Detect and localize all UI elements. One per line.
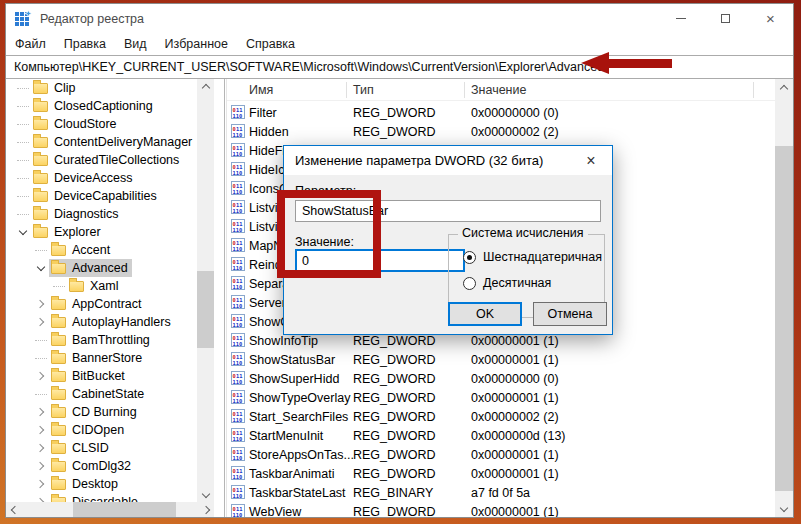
tree-item-diagnostics[interactable]: Diagnostics [6, 205, 198, 223]
scrollbar-thumb[interactable] [73, 502, 176, 517]
list-row-showsuperhidd[interactable]: 011110ShowSuperHiddREG_DWORD0x00000000 (… [227, 369, 775, 388]
svg-text:110: 110 [233, 360, 243, 366]
menu-item[interactable]: Правка [55, 37, 115, 51]
chevron-right-icon[interactable] [34, 315, 48, 329]
list-row-storeappsontas-[interactable]: 011110StoreAppsOnTas...REG_DWORD0x000000… [227, 445, 775, 464]
tree-item-contentdeliverymanager[interactable]: ContentDeliveryManager [6, 133, 198, 151]
radio-button-icon[interactable] [463, 251, 476, 264]
list-row-startmenuinit[interactable]: 011110StartMenuInitREG_DWORD0x0000000d (… [227, 426, 775, 445]
scroll-right-button[interactable] [199, 502, 214, 517]
tree-connector-line [52, 279, 66, 293]
tree-item-cidopen[interactable]: CIDOpen [6, 421, 198, 439]
tree-item-explorer[interactable]: Explorer [6, 223, 198, 241]
dialog-title-bar[interactable]: Изменение параметра DWORD (32 бита) [284, 146, 612, 175]
column-header-value[interactable]: Значение [471, 79, 526, 100]
column-separator[interactable] [464, 82, 465, 98]
chevron-right-icon[interactable] [34, 297, 48, 311]
tree-item-xaml[interactable]: Xaml [6, 277, 198, 295]
list-vertical-scrollbar[interactable] [775, 79, 793, 517]
column-separator[interactable] [346, 82, 347, 98]
tree-item-closedcaptioning[interactable]: ClosedCaptioning [6, 97, 198, 115]
tree-item-cloudstore[interactable]: CloudStore [6, 115, 198, 133]
tree-item-label: CLSID [72, 441, 109, 455]
scroll-left-button[interactable] [6, 502, 21, 517]
menu-item[interactable]: Справка [237, 37, 304, 51]
svg-text:110: 110 [233, 398, 243, 404]
list-row-filter[interactable]: 011110FilterREG_DWORD0x00000000 (0) [227, 103, 775, 122]
tree-item-label: Diagnostics [54, 207, 119, 221]
menu-item[interactable]: Файл [6, 37, 55, 51]
chevron-right-icon[interactable] [34, 423, 48, 437]
tree-item-clip[interactable]: Clip [6, 79, 198, 97]
tree-horizontal-scrollbar[interactable] [6, 502, 214, 517]
value-type: REG_DWORD [353, 350, 436, 369]
reg-value-icon: 011110 [231, 276, 245, 290]
tree-item-label: Desktop [72, 477, 118, 491]
tree-connector-line [16, 99, 30, 113]
tree-item-autoplayhandlers[interactable]: AutoplayHandlers [6, 313, 198, 331]
chevron-right-icon[interactable] [34, 459, 48, 473]
scroll-up-button[interactable] [775, 79, 793, 95]
minimize-button[interactable] [658, 4, 703, 33]
list-row-showtypeoverlay[interactable]: 011110ShowTypeOverlayREG_DWORD0x00000001… [227, 388, 775, 407]
list-row-taskbarstatelast[interactable]: 011110TaskbarStateLastREG_BINARYa7 fd 0f… [227, 483, 775, 502]
tree-item-devicecapabilities[interactable]: DeviceCapabilities [6, 187, 198, 205]
column-separator[interactable] [753, 82, 754, 98]
list-row-showstatusbar[interactable]: 011110ShowStatusBarREG_DWORD0x00000001 (… [227, 350, 775, 369]
tree-item-advanced[interactable]: Advanced [6, 259, 198, 277]
menu-item[interactable]: Избранное [156, 37, 237, 51]
scrollbar-thumb[interactable] [775, 146, 793, 491]
maximize-button[interactable] [703, 4, 748, 33]
cancel-button[interactable]: Отмена [533, 302, 607, 326]
close-button[interactable]: × [748, 4, 793, 33]
scroll-down-button[interactable] [775, 501, 793, 517]
tree-item-desktop[interactable]: Desktop [6, 475, 198, 493]
tree-vertical-scrollbar[interactable] [197, 79, 214, 502]
folder-icon [33, 209, 48, 220]
tree-item-deviceaccess[interactable]: DeviceAccess [6, 169, 198, 187]
chevron-right-icon[interactable] [34, 369, 48, 383]
tree-item-curatedtilecollections[interactable]: CuratedTileCollections [6, 151, 198, 169]
tree-item-bamthrottling[interactable]: BamThrottling [6, 331, 198, 349]
title-bar[interactable]: Редактор реестра × [6, 4, 793, 33]
value-data: 0x00000000 (0) [471, 369, 559, 388]
column-header-name[interactable]: Имя [249, 79, 273, 100]
chevron-right-icon[interactable] [34, 441, 48, 455]
tree-item-appcontract[interactable]: AppContract [6, 295, 198, 313]
menu-item[interactable]: Вид [115, 37, 156, 51]
svg-text:110: 110 [233, 436, 243, 442]
list-row-taskbaranimati[interactable]: 011110TaskbarAnimatiREG_DWORD0x00000001 … [227, 464, 775, 483]
radio-button-icon[interactable] [463, 277, 476, 290]
value-type: REG_DWORD [353, 388, 436, 407]
list-row-hidden[interactable]: 011110HiddenREG_DWORD0x00000002 (2) [227, 122, 775, 141]
radio-hexadecimal[interactable]: Шестнадцатеричная [463, 250, 602, 264]
chevron-down-icon[interactable] [34, 261, 48, 275]
column-header-type[interactable]: Тип [353, 79, 374, 100]
tree-item-accent[interactable]: Accent [6, 241, 198, 259]
chevron-right-icon[interactable] [34, 477, 48, 491]
chevron-down-icon[interactable] [16, 225, 30, 239]
value-name: TaskbarStateLast [249, 483, 346, 502]
chevron-right-icon [201, 505, 209, 513]
list-row-webview[interactable]: 011110WebViewREG_DWORD0x00000001 (1) [227, 502, 775, 517]
tree-item-label: Clip [54, 81, 76, 95]
radio-decimal[interactable]: Десятичная [463, 276, 551, 290]
scroll-up-button[interactable] [197, 79, 214, 94]
tree-item-bitbucket[interactable]: BitBucket [6, 367, 198, 385]
scrollbar-thumb[interactable] [197, 271, 214, 348]
scroll-down-button[interactable] [197, 487, 214, 502]
tree-item-cd-burning[interactable]: CD Burning [6, 403, 198, 421]
folder-icon [51, 353, 66, 364]
ok-button[interactable]: OK [448, 302, 522, 326]
address-bar[interactable]: Компьютер\HKEY_CURRENT_USER\SOFTWARE\Mic… [6, 55, 793, 79]
value-data: 0x0000000d (13) [471, 426, 566, 445]
chevron-right-icon[interactable] [34, 405, 48, 419]
registry-tree-pane: ClipClosedCaptioningCloudStoreContentDel… [6, 79, 224, 517]
list-row-start-searchfiles[interactable]: 011110Start_SearchFilesREG_DWORD0x000000… [227, 407, 775, 426]
dialog-close-button[interactable]: × [570, 146, 612, 175]
tree-item-comdlg32[interactable]: ComDlg32 [6, 457, 198, 475]
tree-item-cabinetstate[interactable]: CabinetState [6, 385, 198, 403]
tree-item-clsid[interactable]: CLSID [6, 439, 198, 457]
svg-text:110: 110 [233, 379, 243, 385]
tree-item-bannerstore[interactable]: BannerStore [6, 349, 198, 367]
